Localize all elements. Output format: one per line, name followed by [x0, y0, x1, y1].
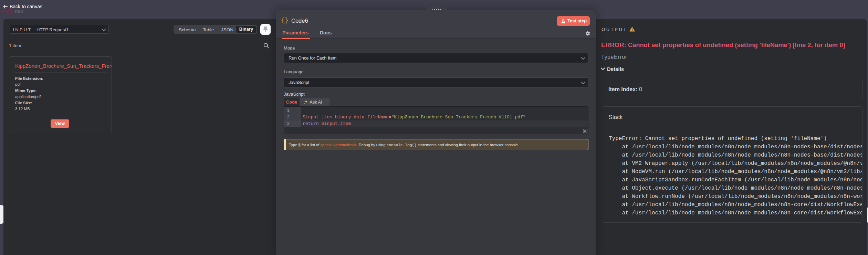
svg-text:n8n: n8n	[15, 9, 23, 14]
